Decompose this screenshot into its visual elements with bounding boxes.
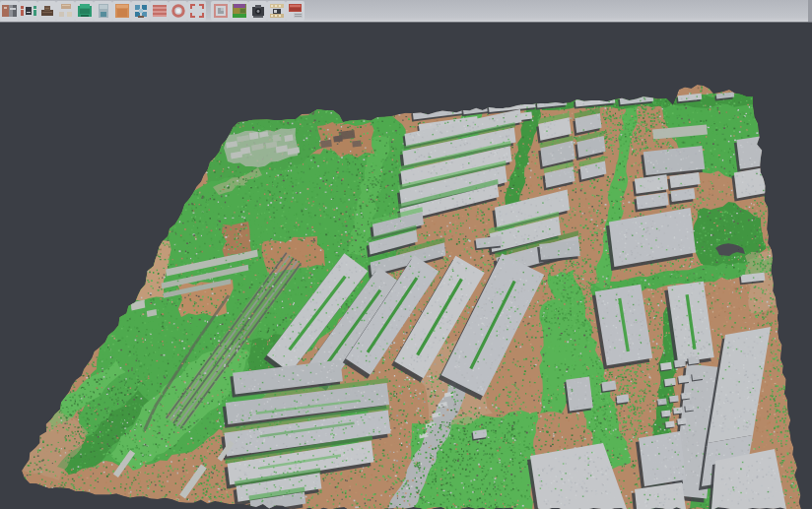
toolbar-button-screenshot[interactable] <box>286 1 304 21</box>
toolbar-button-filmstrip[interactable] <box>267 1 286 21</box>
filmstrip-icon <box>269 3 285 19</box>
align-photos-icon <box>21 3 36 19</box>
point-cloud-scene <box>0 23 812 509</box>
toolbar-button-dense-cloud[interactable] <box>94 1 112 21</box>
toolbar-button-update[interactable] <box>131 1 150 21</box>
open-project-icon <box>2 3 18 19</box>
build-tiled-model-icon <box>58 3 74 19</box>
toolbar-button-build-tiled-model[interactable] <box>56 1 75 21</box>
toolbar-button-build-mesh[interactable] <box>37 1 56 21</box>
camera-icon <box>250 3 266 19</box>
circle-select-icon <box>170 3 186 19</box>
toolbar-right-edge <box>808 0 812 22</box>
toolbar-button-textured-model[interactable] <box>75 1 94 21</box>
application-window <box>0 0 812 509</box>
toolbar-button-clip-box[interactable] <box>211 1 230 21</box>
screenshot-icon <box>288 3 304 19</box>
build-mesh-icon <box>39 3 55 19</box>
toolbar <box>0 0 812 23</box>
textured-model-icon <box>77 3 93 19</box>
toolbar-button-align-photos[interactable] <box>19 1 37 21</box>
dense-cloud-icon <box>96 3 111 19</box>
classified-raster-icon <box>232 3 247 19</box>
orthomosaic-icon <box>114 3 130 19</box>
dem-icon <box>152 3 168 19</box>
toolbar-button-orthomosaic[interactable] <box>112 1 131 21</box>
clip-box-icon <box>213 3 229 19</box>
crop-region-icon <box>189 3 205 19</box>
update-icon <box>133 3 149 19</box>
toolbar-button-crop-region[interactable] <box>187 1 206 21</box>
3d-viewport[interactable] <box>0 23 812 509</box>
toolbar-button-dem[interactable] <box>150 1 169 21</box>
toolbar-button-camera[interactable] <box>248 1 267 21</box>
toolbar-button-circle-select[interactable] <box>169 1 187 21</box>
toolbar-button-classified-raster[interactable] <box>230 1 248 21</box>
toolbar-button-open-project[interactable] <box>0 1 19 21</box>
